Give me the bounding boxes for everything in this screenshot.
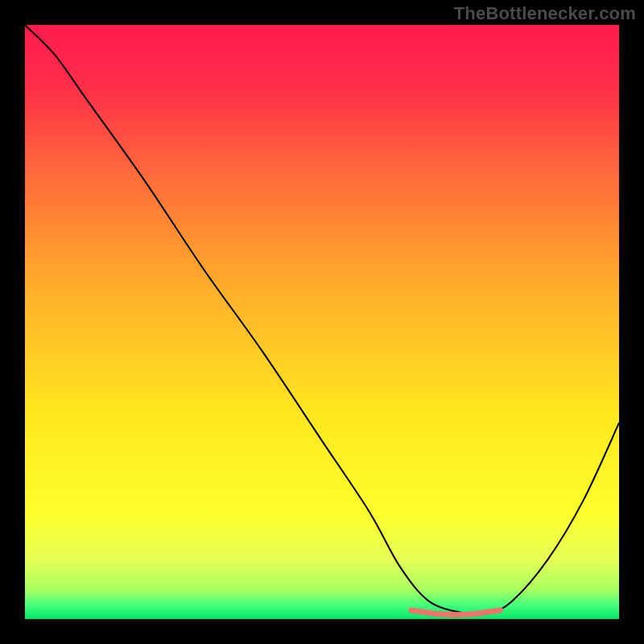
chart-plot-area — [25, 25, 619, 619]
chart-svg — [25, 25, 619, 619]
watermark-text: TheBottlenecker.com — [454, 3, 636, 24]
chart-background — [25, 25, 619, 619]
